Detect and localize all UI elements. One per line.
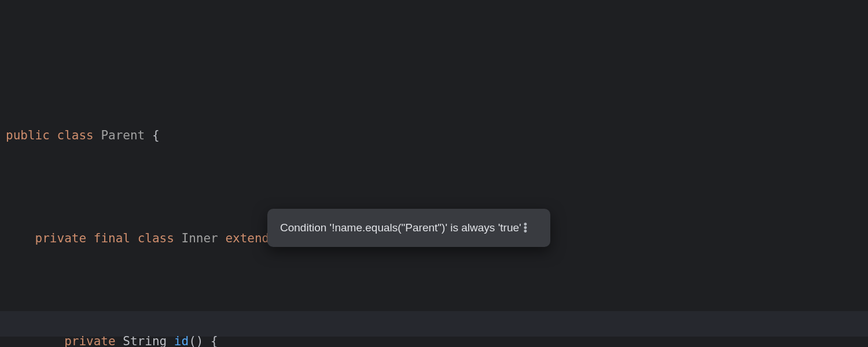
tooltip-message: Condition '!name.equals("Parent")' is al… [280,219,521,237]
keyword-private: private [35,231,87,245]
code-line[interactable]: private String id() { [6,328,862,347]
class-name: Parent [101,128,145,142]
brace: { [145,128,159,142]
inspection-tooltip[interactable]: Condition '!name.equals("Parent")' is al… [267,209,550,247]
keyword-class: class [57,128,94,142]
code-line[interactable]: public class Parent { [6,123,862,148]
method-name: id [174,334,189,347]
keyword-class: class [138,231,174,245]
keyword-private: private [64,334,116,347]
text: () { [189,334,218,347]
more-actions-icon[interactable]: ••• [524,215,541,241]
class-name: Inner [182,231,218,245]
type: String [123,334,167,347]
keyword-public: public [6,128,50,142]
code-editor[interactable]: public class Parent { private final clas… [0,0,868,347]
keyword-final: final [94,231,130,245]
